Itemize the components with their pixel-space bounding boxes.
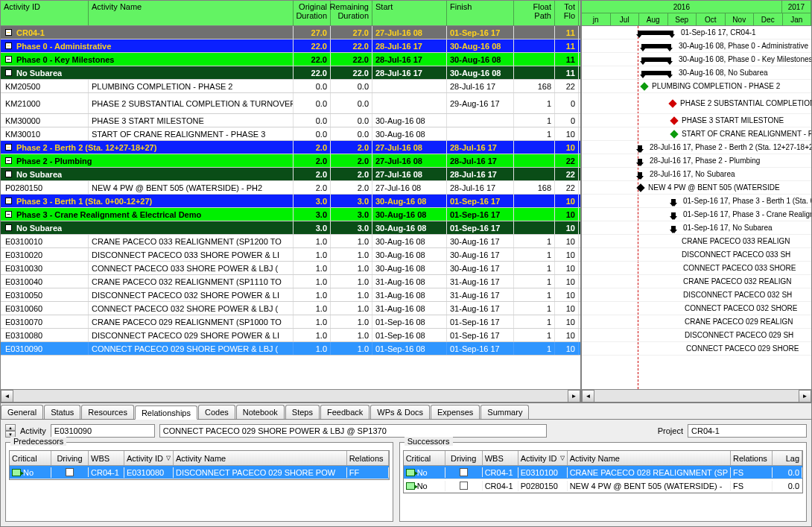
activity-row[interactable]: KM30010START OF CRANE REALIGNMENT - PHAS… — [1, 127, 580, 141]
summary-band[interactable]: −No Subarea2.02.027-Jul-16 0828-Jul-16 1… — [1, 168, 580, 181]
project-field[interactable]: CR04-1 — [688, 424, 807, 438]
gantt-row[interactable]: 01-Sep-16 17, CR04-1 — [582, 26, 811, 40]
col-start[interactable]: Start — [372, 1, 447, 25]
collapse-toggle[interactable]: − — [5, 211, 12, 218]
col-wbs[interactable]: WBS — [483, 451, 518, 465]
tab-feedback[interactable]: Feedback — [320, 405, 369, 419]
col-wbs[interactable]: WBS — [89, 451, 124, 465]
col-activity-name[interactable]: Activity Name — [174, 451, 347, 465]
collapse-toggle[interactable]: − — [5, 56, 12, 63]
activity-row[interactable]: E0310020DISCONNECT PACECO 033 SHORE POWE… — [1, 248, 580, 262]
gantt-row[interactable]: 28-Jul-16 17, Phase 2 - Plumbing — [582, 154, 811, 168]
activity-row[interactable]: E0310050DISCONNECT PACECO 032 SHORE POWE… — [1, 288, 580, 302]
summary-band[interactable]: −Phase 0 - Key Milestones22.022.028-Jul-… — [1, 53, 580, 66]
col-critical[interactable]: Critical — [10, 451, 51, 465]
activity-row[interactable]: E0310040CRANE PACECO 032 REALIGNMENT (SP… — [1, 275, 580, 288]
gantt-body[interactable]: 01-Sep-16 17, CR04-130-Aug-16 08, Phase … — [582, 26, 811, 389]
gantt-row[interactable]: PHASE 3 START MILESTONE — [582, 114, 811, 127]
relationship-row[interactable]: No ✓ CR04-1 E0310100 CRANE PACECO 028 RE… — [404, 466, 802, 479]
activity-row[interactable]: KM30000PHASE 3 START MILESTONE0.00.030-A… — [1, 114, 580, 127]
tab-codes[interactable]: Codes — [198, 405, 235, 419]
tab-resources[interactable]: Resources — [81, 405, 134, 419]
summary-band[interactable]: −Phase 0 - Administrative22.022.028-Jul-… — [1, 40, 580, 53]
grid-hscroll[interactable]: ◄ ► — [1, 389, 580, 402]
activity-row[interactable]: E0310010CRANE PACECO 033 REALIGNMENT (SP… — [1, 235, 580, 248]
relationship-row[interactable]: No ✓ CR04-1 E0310080 DISCONNECT PACECO 0… — [10, 466, 389, 479]
summary-band[interactable]: −CR04-127.027.027-Jul-16 0801-Sep-16 171… — [1, 26, 580, 40]
activity-row[interactable]: E0310080DISCONNECT PACECO 029 SHORE POWE… — [1, 329, 580, 342]
col-critical[interactable]: Critical — [404, 451, 445, 465]
gantt-row[interactable]: PLUMBING COMPLETION - PHASE 2 — [582, 80, 811, 93]
scroll-right-button[interactable]: ► — [799, 390, 811, 403]
collapse-toggle[interactable]: − — [5, 224, 12, 231]
gantt-row[interactable]: DISCONNECT PACECO 033 SH — [582, 248, 811, 262]
gantt-row[interactable]: NEW 4 PW @ BENT 505 (WATERSIDE — [582, 181, 811, 195]
col-total-float[interactable]: Tot Flo — [555, 1, 579, 25]
summary-band[interactable]: −No Subarea22.022.028-Jul-16 1730-Aug-16… — [1, 66, 580, 80]
predecessors-grid[interactable]: Critical Driving WBS Activity ID▽ Activi… — [9, 450, 390, 480]
activity-row[interactable]: E0310060CONNECT PACECO 032 SHORE POWER &… — [1, 302, 580, 315]
summary-band[interactable]: −Phase 3 - Berth 1 (Sta. 0+00-12+27)3.03… — [1, 195, 580, 208]
step-up-button[interactable]: ▲ — [5, 424, 16, 431]
gantt-row[interactable]: 01-Sep-16 17, No Subarea — [582, 221, 811, 235]
tab-steps[interactable]: Steps — [285, 405, 320, 419]
summary-band[interactable]: −Phase 2 - Berth 2 (Sta. 12+27-18+27)2.0… — [1, 141, 580, 154]
col-relations[interactable]: Relations — [731, 451, 773, 465]
relationship-row[interactable]: No CR04-1 P0280150 NEW 4 PW @ BENT 505 (… — [404, 479, 802, 493]
gantt-row[interactable]: CONNECT PACECO 033 SHORE — [582, 262, 811, 275]
activity-row[interactable]: KM21000PHASE 2 SUBSTANTIAL COMPLETION & … — [1, 93, 580, 114]
driving-checkbox[interactable] — [460, 482, 468, 490]
col-relations[interactable]: Relations — [347, 451, 389, 465]
col-activity-id[interactable]: Activity ID▽ — [518, 451, 568, 465]
col-activity-name[interactable]: Activity Name — [568, 451, 731, 465]
col-activity-name[interactable]: Activity Name — [89, 1, 294, 25]
collapse-toggle[interactable]: − — [5, 42, 12, 49]
gantt-hscroll[interactable]: ◄ ► — [582, 389, 811, 402]
successors-grid[interactable]: Critical Driving WBS Activity ID▽ Activi… — [403, 450, 803, 493]
grid-rows[interactable]: −CR04-127.027.027-Jul-16 0801-Sep-16 171… — [1, 26, 580, 389]
col-remaining-duration[interactable]: Remaining Duration — [331, 1, 372, 25]
activity-row[interactable]: P0280150NEW 4 PW @ BENT 505 (WATERSIDE) … — [1, 181, 580, 195]
driving-checkbox[interactable]: ✓ — [66, 468, 74, 476]
col-activity-id[interactable]: Activity ID — [1, 1, 89, 25]
col-activity-id[interactable]: Activity ID▽ — [124, 451, 174, 465]
gantt-row[interactable]: 30-Aug-16 08, No Subarea — [582, 66, 811, 80]
collapse-toggle[interactable]: − — [5, 171, 12, 177]
collapse-toggle[interactable]: − — [5, 144, 12, 151]
gantt-row[interactable]: CONNECT PACECO 029 SHORE — [582, 342, 811, 356]
scroll-left-button[interactable]: ◄ — [1, 390, 13, 403]
activity-row[interactable]: KM20500PLUMBING COMPLETION - PHASE 20.00… — [1, 80, 580, 93]
collapse-toggle[interactable]: − — [5, 157, 12, 164]
collapse-toggle[interactable]: − — [5, 198, 12, 204]
summary-band[interactable]: −Phase 2 - Plumbing2.02.027-Jul-16 0828-… — [1, 154, 580, 168]
col-lag[interactable]: Lag — [773, 451, 802, 465]
gantt-row[interactable]: 30-Aug-16 08, Phase 0 - Administrative — [582, 40, 811, 53]
tab-notebook[interactable]: Notebook — [236, 405, 285, 419]
activity-name-field[interactable]: CONNECT PACECO 029 SHORE POWER & LBJ @ S… — [159, 424, 547, 438]
collapse-toggle[interactable]: − — [5, 29, 12, 36]
gantt-row[interactable]: START OF CRANE REALIGNMENT - P — [582, 127, 811, 141]
col-original-duration[interactable]: Original Duration — [294, 1, 331, 25]
summary-band[interactable]: −No Subarea3.03.030-Aug-16 0801-Sep-16 1… — [1, 221, 580, 235]
gantt-row[interactable]: CONNECT PACECO 032 SHORE — [582, 302, 811, 315]
activity-id-field[interactable]: E0310090 — [51, 424, 155, 438]
gantt-row[interactable]: CRANE PACECO 029 REALIGN — [582, 315, 811, 329]
gantt-row[interactable]: CRANE PACECO 033 REALIGN — [582, 235, 811, 248]
scroll-right-button[interactable]: ► — [568, 390, 580, 403]
scroll-left-button[interactable]: ◄ — [582, 390, 594, 403]
activity-row[interactable]: E0310070CRANE PACECO 029 REALIGNMENT (SP… — [1, 315, 580, 329]
gantt-row[interactable]: 01-Sep-16 17, Phase 3 - Crane Realign — [582, 208, 811, 221]
gantt-row[interactable]: 28-Jul-16 17, Phase 2 - Berth 2 (Sta. 12… — [582, 141, 811, 154]
activity-row[interactable]: E0310030CONNECT PACECO 033 SHORE POWER &… — [1, 262, 580, 275]
driving-checkbox[interactable]: ✓ — [460, 468, 468, 476]
col-finish[interactable]: Finish — [447, 1, 514, 25]
tab-general[interactable]: General — [1, 405, 43, 419]
tab-summary[interactable]: Summary — [480, 405, 529, 419]
gantt-row[interactable]: PHASE 2 SUBSTANTIAL COMPLETION — [582, 93, 811, 114]
gantt-row[interactable]: 28-Jul-16 17, No Subarea — [582, 168, 811, 181]
gantt-row[interactable]: CRANE PACECO 032 REALIGN — [582, 275, 811, 288]
col-float-path[interactable]: Float Path — [514, 1, 555, 25]
gantt-row[interactable]: DISCONNECT PACECO 032 SH — [582, 288, 811, 302]
col-driving[interactable]: Driving — [51, 451, 89, 465]
collapse-toggle[interactable]: − — [5, 69, 12, 76]
